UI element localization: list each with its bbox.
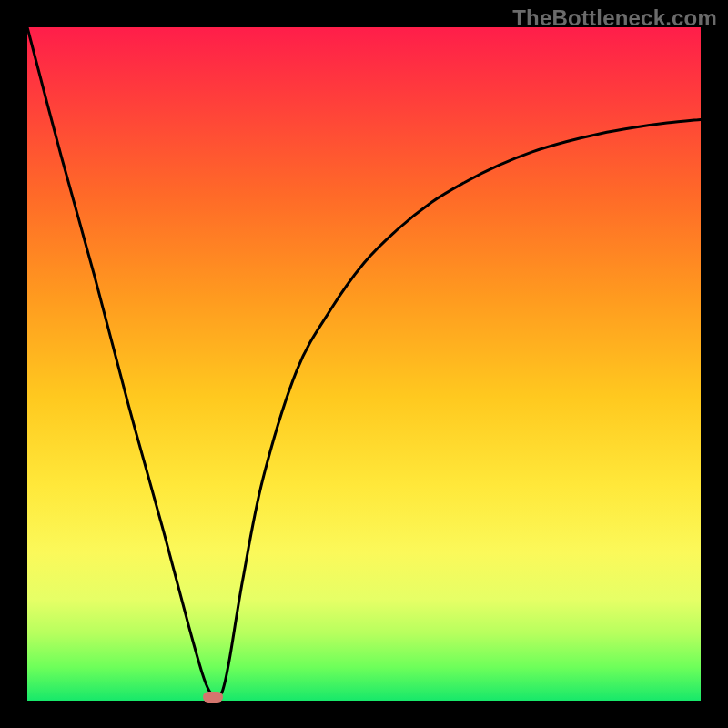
minimum-marker: [203, 692, 223, 703]
chart-container: TheBottleneck.com: [0, 0, 728, 728]
curve-svg: [27, 27, 701, 701]
plot-area: [27, 27, 701, 701]
bottleneck-curve: [27, 27, 701, 697]
